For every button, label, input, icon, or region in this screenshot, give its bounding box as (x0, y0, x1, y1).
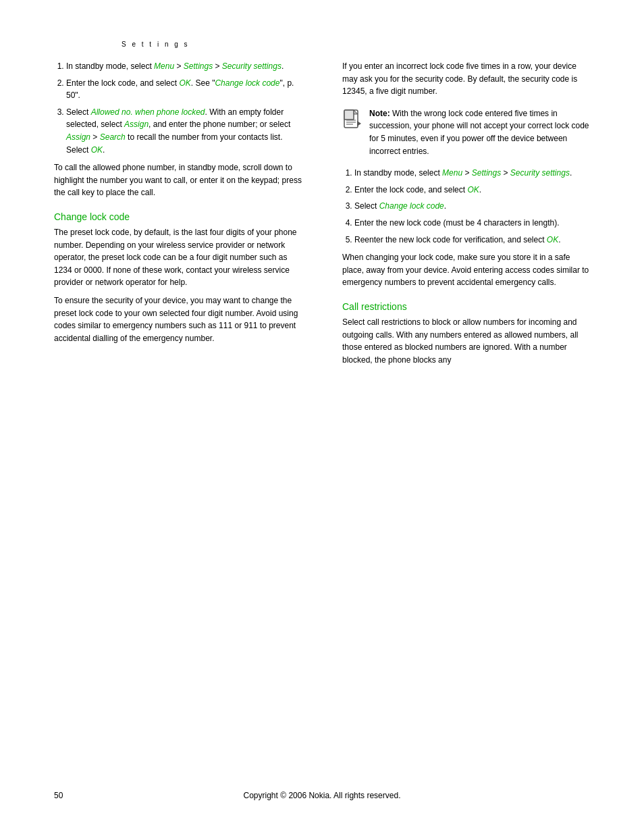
right-step-2: Enter the lock code, and select OK. (354, 184, 590, 197)
note-box: Note: With the wrong lock code entered f… (342, 107, 590, 157)
svg-rect-1 (344, 110, 354, 120)
page-number: 50 (54, 791, 63, 800)
page: S e t t i n g s In standby mode, select … (0, 0, 644, 834)
change-lock-para-1: The preset lock code, by default, is the… (54, 226, 302, 289)
note-svg-icon (342, 109, 363, 129)
footer-copyright: Copyright © 2006 Nokia. All rights reser… (244, 791, 401, 800)
change-lock-code-link[interactable]: Change lock code (215, 78, 279, 88)
change-lock-code-heading: Change lock code (54, 211, 302, 222)
intro-step-3: Select Allowed no. when phone locked. Wi… (66, 106, 302, 156)
intro-step-2: Enter the lock code, and select OK. See … (66, 77, 302, 102)
note-icon (342, 109, 363, 129)
note-body: With the wrong lock code entered five ti… (369, 109, 589, 156)
call-restrictions-heading: Call restrictions (342, 301, 590, 312)
svg-marker-6 (357, 121, 361, 126)
right-steps-list: In standby mode, select Menu > Settings … (354, 167, 590, 246)
two-column-layout: In standby mode, select Menu > Settings … (0, 60, 644, 371)
page-footer: 50 Copyright © 2006 Nokia. All rights re… (0, 791, 644, 800)
right-step-1: In standby mode, select Menu > Settings … (354, 167, 590, 180)
section-label: S e t t i n g s (122, 41, 644, 48)
call-allowed-para: To call the allowed phone number, in sta… (54, 161, 302, 199)
right-step-4: Enter the new lock code (must be 4 chara… (354, 217, 590, 230)
right-step-3: Select Change lock code. (354, 200, 590, 213)
call-restrictions-para: Select call restrictions to block or all… (342, 316, 590, 366)
change-lock-para-2: To ensure the security of your device, y… (54, 294, 302, 344)
note-bold-label: Note: (369, 109, 390, 118)
intro-para: If you enter an incorrect lock code five… (342, 60, 590, 98)
right-column: If you enter an incorrect lock code five… (322, 60, 590, 371)
intro-step-1: In standby mode, select Menu > Settings … (66, 60, 302, 73)
left-column: In standby mode, select Menu > Settings … (54, 60, 322, 371)
note-text: Note: With the wrong lock code entered f… (369, 107, 590, 157)
right-step-5: Reenter the new lock code for verificati… (354, 234, 590, 246)
after-steps-para: When changing your lock code, make sure … (342, 251, 590, 289)
intro-steps-list: In standby mode, select Menu > Settings … (66, 60, 302, 156)
